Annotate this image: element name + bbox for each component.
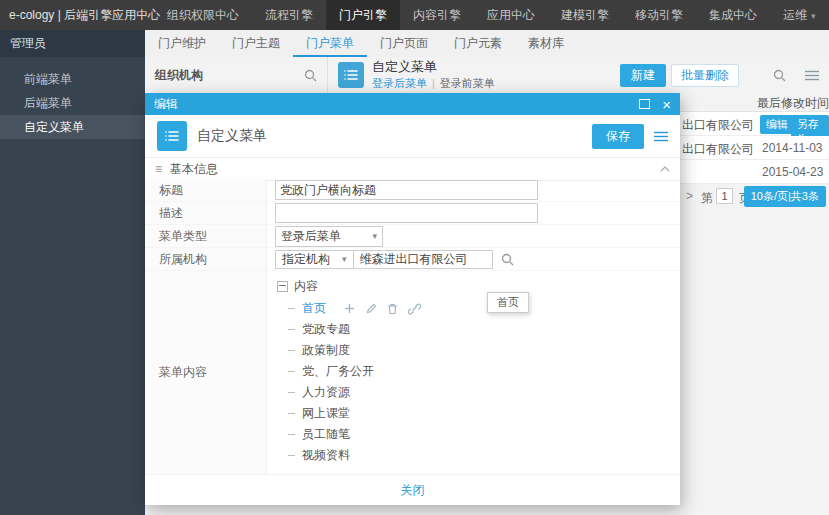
nav-org-rights-center[interactable]: 组织权限中心 [154,0,252,30]
tree-item-party-topics[interactable]: 党政专题 [288,319,680,340]
form-row-title: 标题 [145,179,680,202]
form-row-menu-content: 菜单内容 内容 首页 [145,271,680,475]
tab-portal-page[interactable]: 门户页面 [367,30,441,57]
organization-combo: 指定机构 ▾ 维森进出口有限公司 [275,250,493,269]
save-button[interactable]: 保存 [592,124,644,149]
menu-content-label: 菜单内容 [145,271,267,475]
table-search-icon[interactable] [773,69,786,82]
form-row-menu-type: 菜单类型 登录后菜单 ▾ [145,225,680,248]
link-icon[interactable] [408,303,421,315]
tree-item-label: 党、厂务公开 [302,363,374,380]
tree-connector [288,413,295,414]
title-input[interactable] [275,180,538,200]
tab-material-library[interactable]: 素材库 [515,30,577,57]
tree-item-online-classroom[interactable]: 网上课堂 [288,403,680,424]
menu-type-links: 登录后菜单|登录前菜单 [372,77,495,90]
tree-root-node[interactable]: 内容 [277,277,680,295]
link-after-login-menu[interactable]: 登录后菜单 [372,77,427,89]
description-input[interactable] [275,203,538,223]
page-title: 自定义菜单 [372,60,495,75]
sidebar-item-custom-menu[interactable]: 自定义菜单 [0,115,145,139]
column-header-modified: 最后修改时间 [757,95,829,112]
tree-item-label: 网上课堂 [302,405,350,422]
close-icon[interactable]: × [662,97,671,112]
org-search-icon[interactable] [304,69,317,82]
form-row-description: 描述 [145,202,680,225]
page-toolbar: 新建 批量删除 [620,64,829,87]
row-name: 出口有限公司 [682,141,754,158]
menu-type-label: 菜单类型 [145,225,267,248]
maximize-icon[interactable] [639,99,650,109]
nav-app-center[interactable]: 应用中心 [474,0,548,30]
menu-type-select[interactable]: 登录后菜单 ▾ [275,226,383,247]
nav-content-engine[interactable]: 内容引擎 [400,0,474,30]
tree-item-employee-essays[interactable]: 员工随笔 [288,424,680,445]
nav-ops[interactable]: 运维▾ [770,0,829,30]
top-bar: e-cology | 后端引擎应用中心 组织权限中心 流程引擎 门户引擎 内容引… [0,0,829,30]
row-name: 出口有限公司 [682,117,754,134]
chevron-down-icon: ▾ [342,254,347,264]
dialog-header: 自定义菜单 保存 [145,115,680,157]
delete-icon[interactable] [387,303,398,315]
page-header-main: 自定义菜单 登录后菜单|登录前菜单 新建 批量删除 [328,57,829,93]
custom-menu-icon [338,62,364,88]
next-page-icon[interactable]: > [686,189,693,203]
tree-item-home[interactable]: 首页 [288,298,680,319]
nav-integration-center[interactable]: 集成中心 [696,0,770,30]
dialog-header-title: 自定义菜单 [197,127,592,145]
section-title: 基本信息 [170,161,218,178]
portal-subnav: 门户维护 门户主题 门户菜单 门户页面 门户元素 素材库 [145,30,829,58]
org-browse-search-icon[interactable] [501,253,514,266]
menu-type-value: 登录后菜单 [281,228,341,245]
nav-mobile-engine[interactable]: 移动引擎 [622,0,696,30]
tree-item-label: 员工随笔 [302,426,350,443]
row-edit-button[interactable]: 编辑 [760,115,794,134]
custom-menu-icon [157,121,187,151]
tab-portal-maintenance[interactable]: 门户维护 [145,30,219,57]
batch-delete-button[interactable]: 批量删除 [671,64,739,87]
menu-list-icon[interactable] [654,131,668,142]
tab-portal-element[interactable]: 门户元素 [441,30,515,57]
row-modified-date: 2014-11-03 [762,141,823,155]
sidebar-item-backend-menu[interactable]: 后端菜单 [0,91,145,115]
nav-portal-engine[interactable]: 门户引擎 [326,0,400,30]
tree-children: 首页 [288,298,680,466]
close-dialog-link[interactable]: 关闭 [401,483,425,497]
tree-item-label: 政策制度 [302,342,350,359]
dialog-title-bar[interactable]: 编辑 × [145,93,680,115]
collapse-minus-icon[interactable] [277,281,288,292]
app-logo: e-cology | 后端引擎应用中心 [0,0,154,30]
edit-dialog: 编辑 × 自定义菜单 保存 ≡ 基本信息 [145,93,680,505]
new-button[interactable]: 新建 [620,64,666,87]
collapse-up-icon[interactable] [660,166,670,172]
drag-handle-icon: ≡ [155,162,162,176]
tree-root-label: 内容 [294,278,318,295]
view-list-icon[interactable] [805,70,819,81]
nav-workflow-engine[interactable]: 流程引擎 [252,0,326,30]
tree-item-policies[interactable]: 政策制度 [288,340,680,361]
sidebar-item-frontend-menu[interactable]: 前端菜单 [0,67,145,91]
dialog-footer: 关闭 [145,474,680,505]
org-mode-select[interactable]: 指定机构 ▾ [275,250,354,269]
add-icon[interactable] [344,303,355,314]
org-value-field[interactable]: 维森进出口有限公司 [354,250,493,269]
edit-icon[interactable] [365,303,377,315]
org-structure-panel: 组织机构 [145,57,328,93]
nav-modeling-engine[interactable]: 建模引擎 [548,0,622,30]
link-before-login-menu[interactable]: 登录前菜单 [440,77,495,89]
tab-portal-menu[interactable]: 门户菜单 [293,30,367,57]
basic-info-section-bar[interactable]: ≡ 基本信息 [145,157,680,181]
chevron-down-icon: ▾ [372,231,377,241]
tree-item-tooltip: 首页 [487,292,529,313]
tab-portal-theme[interactable]: 门户主题 [219,30,293,57]
tree-connector [288,350,295,351]
page-number-input[interactable] [716,188,733,204]
tree-item-affairs-disclosure[interactable]: 党、厂务公开 [288,361,680,382]
page-size-button[interactable]: 10条/页|共3条 [744,186,826,207]
top-nav: 组织权限中心 流程引擎 门户引擎 内容引擎 应用中心 建模引擎 移动引擎 集成中… [154,0,829,30]
tree-item-video-materials[interactable]: 视频资料 [288,445,680,466]
tree-item-hr[interactable]: 人力资源 [288,382,680,403]
nav-ops-label: 运维 [783,8,807,22]
tree-connector [288,434,295,435]
chevron-down-icon: ▾ [811,11,816,21]
